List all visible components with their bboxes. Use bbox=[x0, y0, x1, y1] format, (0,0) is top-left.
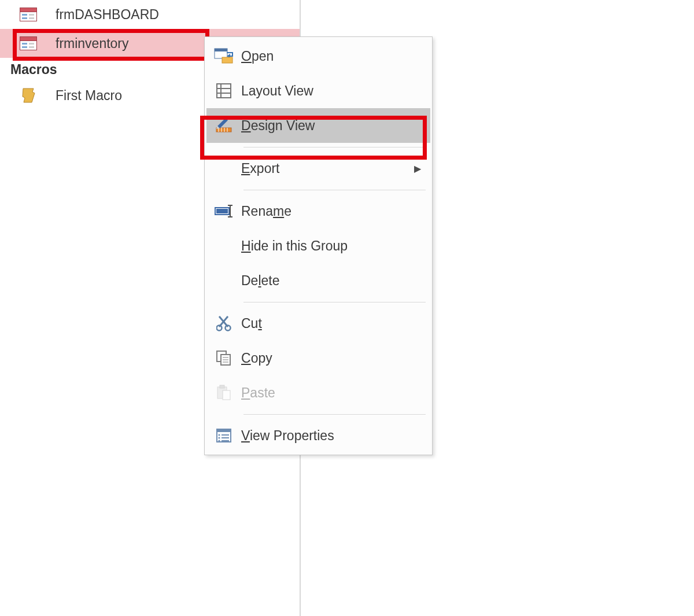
menu-open[interactable]: Open bbox=[206, 39, 430, 73]
menu-label: Layout View bbox=[241, 83, 430, 99]
menu-label: Hide in this Group bbox=[241, 238, 430, 254]
open-icon bbox=[206, 48, 241, 64]
menu-view-properties[interactable]: View Properties bbox=[206, 418, 430, 453]
macro-icon bbox=[17, 87, 39, 104]
menu-label: Cut bbox=[241, 316, 430, 331]
svg-rect-16 bbox=[217, 84, 231, 98]
menu-label: View Properties bbox=[241, 428, 430, 444]
nav-item-label: frmDASHBOARD bbox=[39, 7, 159, 23]
menu-cut[interactable]: Cut bbox=[206, 306, 430, 341]
highlight-box-menu bbox=[200, 116, 427, 160]
menu-hide-in-group[interactable]: Hide in this Group bbox=[206, 228, 430, 263]
svg-rect-42 bbox=[220, 385, 224, 388]
nav-item-frmdashboard[interactable]: frmDASHBOARD bbox=[0, 0, 300, 29]
context-menu: Open Layout View Design View bbox=[204, 36, 433, 455]
menu-separator bbox=[206, 186, 430, 194]
menu-delete[interactable]: Delete bbox=[206, 263, 430, 298]
svg-point-48 bbox=[218, 440, 220, 441]
copy-icon bbox=[206, 350, 241, 366]
svg-rect-43 bbox=[223, 390, 230, 400]
svg-rect-3 bbox=[22, 17, 27, 19]
menu-label: Copy bbox=[241, 351, 430, 366]
svg-point-47 bbox=[218, 437, 220, 438]
svg-rect-4 bbox=[29, 14, 34, 16]
cut-icon bbox=[206, 315, 241, 331]
menu-separator bbox=[206, 298, 430, 306]
paste-icon bbox=[206, 385, 241, 401]
form-icon bbox=[17, 8, 39, 21]
svg-rect-45 bbox=[217, 429, 231, 432]
menu-label: Open bbox=[241, 49, 430, 64]
menu-layout-view[interactable]: Layout View bbox=[206, 73, 430, 108]
svg-rect-28 bbox=[216, 209, 228, 213]
menu-label: Paste bbox=[241, 385, 430, 401]
menu-label: Delete bbox=[241, 273, 430, 289]
menu-paste: Paste bbox=[206, 375, 430, 410]
svg-point-46 bbox=[218, 434, 220, 436]
menu-rename[interactable]: Rename bbox=[206, 194, 430, 228]
svg-rect-2 bbox=[22, 14, 27, 16]
menu-copy[interactable]: Copy bbox=[206, 341, 430, 375]
submenu-arrow-icon: ▶ bbox=[414, 163, 430, 174]
menu-separator bbox=[206, 410, 430, 418]
layout-view-icon bbox=[206, 83, 241, 99]
svg-rect-13 bbox=[215, 49, 227, 51]
svg-rect-15 bbox=[222, 57, 232, 63]
menu-label: Rename bbox=[241, 204, 430, 219]
properties-icon bbox=[206, 428, 241, 443]
nav-item-label: First Macro bbox=[39, 88, 122, 104]
svg-rect-1 bbox=[20, 8, 37, 12]
svg-rect-5 bbox=[29, 17, 34, 19]
rename-icon bbox=[206, 205, 241, 217]
menu-label: Export bbox=[241, 161, 414, 176]
highlight-box-nav bbox=[13, 29, 209, 61]
